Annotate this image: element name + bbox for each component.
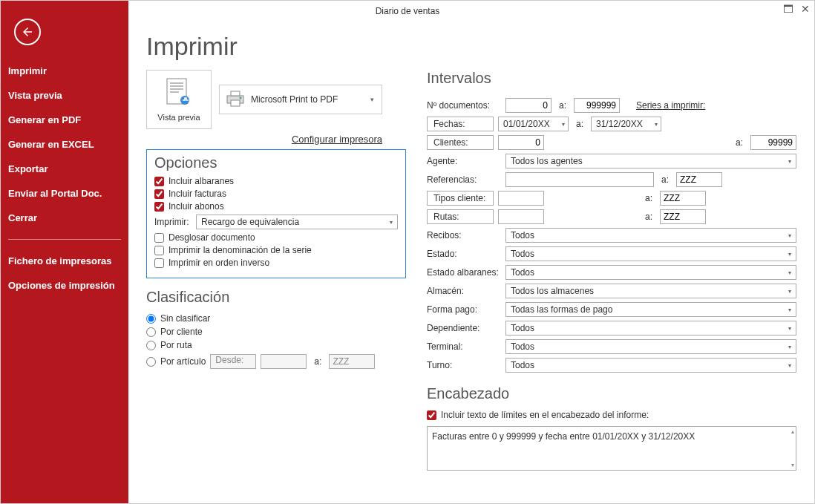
sidebar-item-close[interactable]: Cerrar xyxy=(1,206,128,230)
options-title: Opciones xyxy=(154,154,398,171)
header-title: Encabezado xyxy=(427,385,796,402)
svg-rect-7 xyxy=(231,91,240,96)
warehouse-label: Almacén: xyxy=(427,286,501,296)
svg-rect-2 xyxy=(170,85,183,87)
payment-select[interactable]: Todas las formas de pago▾ xyxy=(505,302,796,317)
warehouse-select[interactable]: Todos los almacenes▾ xyxy=(505,284,796,298)
caret-down-icon: ▾ xyxy=(788,158,791,165)
caret-down-icon: ▾ xyxy=(788,325,791,332)
svg-rect-3 xyxy=(170,88,183,90)
clients-button[interactable]: Clientes: xyxy=(427,135,494,150)
a-label: a: xyxy=(576,119,583,129)
date-from-select[interactable]: 01/01/20XX▾ xyxy=(498,117,569,131)
sidebar: Imprimir Vista previa Generar en PDF Gen… xyxy=(1,1,128,504)
state-select[interactable]: Todos▾ xyxy=(505,246,796,261)
receipts-select[interactable]: Todos▾ xyxy=(505,228,796,243)
breakdown-doc-checkbox[interactable]: Desglosar documento xyxy=(154,232,398,243)
radio-by-route[interactable]: Por ruta xyxy=(146,340,406,350)
client-types-to-input[interactable] xyxy=(660,191,706,206)
radio-by-client[interactable]: Por cliente xyxy=(146,327,406,337)
delivery-state-label: Estado albaranes: xyxy=(427,267,501,278)
document-preview-icon xyxy=(166,78,192,110)
printer-name: Microsoft Print to PDF xyxy=(251,94,338,105)
a-label: a: xyxy=(645,212,652,222)
preview-label: Vista previa xyxy=(157,113,200,122)
docnum-to-input[interactable] xyxy=(574,98,620,113)
configure-printer-link[interactable]: Configurar impresora xyxy=(146,134,382,145)
back-button[interactable] xyxy=(14,19,41,45)
agent-select[interactable]: Todos los agentes▾ xyxy=(505,154,796,168)
intervals-title: Intervalos xyxy=(427,70,796,87)
dates-button[interactable]: Fechas: xyxy=(427,117,494,131)
delivery-state-select[interactable]: Todos▾ xyxy=(505,265,796,280)
svg-rect-1 xyxy=(170,82,183,84)
sidebar-item-pdf[interactable]: Generar en PDF xyxy=(1,108,128,132)
payment-label: Forma pago: xyxy=(427,304,501,315)
sidebar-separator xyxy=(8,239,121,240)
print-series-name-checkbox[interactable]: Imprimir la denominación de la serie xyxy=(154,245,398,255)
print-mode-select[interactable]: Recargo de equivalencia▾ xyxy=(196,215,398,229)
shift-select[interactable]: Todos▾ xyxy=(505,358,796,373)
options-section: Opciones Incluir albaranes Incluir factu… xyxy=(146,149,406,278)
refs-from-input[interactable] xyxy=(505,172,654,187)
caret-down-icon: ▾ xyxy=(788,269,791,276)
svg-point-9 xyxy=(240,96,242,99)
client-types-button[interactable]: Tipos cliente: xyxy=(427,191,494,206)
article-to-input[interactable] xyxy=(329,354,375,369)
radio-unsorted[interactable]: Sin clasificar xyxy=(146,313,406,324)
shift-label: Turno: xyxy=(427,360,501,370)
caret-down-icon: ▾ xyxy=(562,121,565,128)
svg-rect-8 xyxy=(231,100,240,106)
printer-select[interactable]: Microsoft Print to PDF ▾ xyxy=(219,85,382,114)
state-label: Estado: xyxy=(427,249,501,259)
clerk-select[interactable]: Todos▾ xyxy=(505,321,796,336)
include-invoices-checkbox[interactable]: Incluir facturas xyxy=(154,189,398,199)
caret-down-icon: ▾ xyxy=(788,362,791,369)
preview-button[interactable]: Vista previa xyxy=(146,70,212,129)
clients-to-input[interactable] xyxy=(750,135,796,150)
clerk-label: Dependiente: xyxy=(427,323,501,333)
docnum-from-input[interactable] xyxy=(505,98,551,113)
receipts-label: Recibos: xyxy=(427,230,501,240)
a-label: a: xyxy=(736,137,743,148)
a-label: a: xyxy=(661,174,669,185)
classification-title: Clasificación xyxy=(146,289,406,306)
include-credits-checkbox[interactable]: Incluir abonos xyxy=(154,201,398,212)
printer-icon xyxy=(226,90,245,110)
close-icon[interactable]: ✕ xyxy=(801,3,810,15)
sidebar-item-print-options[interactable]: Opciones de impresión xyxy=(1,273,128,298)
include-delivery-checkbox[interactable]: Incluir albaranes xyxy=(154,176,398,186)
scroll-down-icon[interactable]: ▾ xyxy=(791,462,794,468)
clients-from-input[interactable] xyxy=(498,135,544,150)
date-to-select[interactable]: 31/12/20XX▾ xyxy=(591,117,661,131)
article-from-input[interactable] xyxy=(261,354,307,369)
docnum-label: Nº documentos: xyxy=(427,100,501,111)
series-link[interactable]: Series a imprimir: xyxy=(636,100,705,111)
radio-by-article[interactable]: Por artículo xyxy=(146,356,206,367)
terminal-select[interactable]: Todos▾ xyxy=(505,339,796,354)
routes-from-input[interactable] xyxy=(498,209,544,224)
sidebar-item-printers-file[interactable]: Fichero de impresoras xyxy=(1,249,128,273)
a-label: a: xyxy=(559,100,566,111)
sidebar-item-preview[interactable]: Vista previa xyxy=(1,83,128,108)
sidebar-item-export[interactable]: Exportar xyxy=(1,157,128,181)
caret-down-icon: ▾ xyxy=(370,96,374,103)
svg-rect-4 xyxy=(170,91,179,93)
routes-button[interactable]: Rutas: xyxy=(427,209,494,224)
caret-down-icon: ▾ xyxy=(788,344,791,350)
sidebar-item-portal[interactable]: Enviar al Portal Doc. xyxy=(1,181,128,206)
terminal-label: Terminal: xyxy=(427,341,501,352)
scroll-up-icon[interactable]: ▴ xyxy=(791,428,794,435)
maximize-icon[interactable]: 🗖 xyxy=(783,3,793,15)
refs-to-input[interactable] xyxy=(676,172,722,187)
routes-to-input[interactable] xyxy=(660,209,706,224)
header-textarea[interactable]: Facturas entre 0 y 999999 y fecha entre … xyxy=(427,426,796,471)
caret-down-icon: ▾ xyxy=(788,307,791,313)
reverse-order-checkbox[interactable]: Imprimir en orden inverso xyxy=(154,258,398,268)
include-limits-checkbox[interactable]: Incluir texto de límites en el encabezad… xyxy=(427,410,796,420)
sidebar-item-print[interactable]: Imprimir xyxy=(1,59,128,83)
client-types-from-input[interactable] xyxy=(498,191,544,206)
a-label: a: xyxy=(645,193,652,203)
print-mode-label: Imprimir: xyxy=(154,217,192,227)
sidebar-item-excel[interactable]: Generar en EXCEL xyxy=(1,132,128,157)
